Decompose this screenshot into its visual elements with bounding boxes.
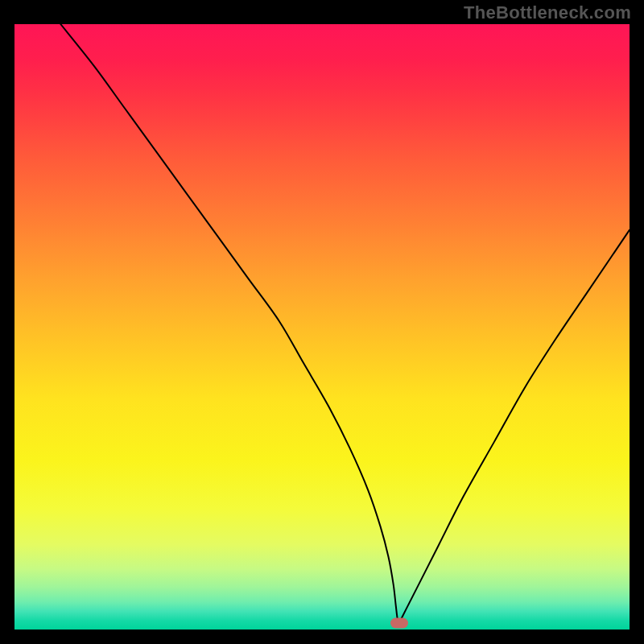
optimum-marker xyxy=(390,618,408,629)
chart-frame: TheBottleneck.com xyxy=(0,0,644,644)
bottleneck-curve xyxy=(14,24,630,630)
watermark-text: TheBottleneck.com xyxy=(464,2,631,23)
plot-area xyxy=(14,24,630,630)
